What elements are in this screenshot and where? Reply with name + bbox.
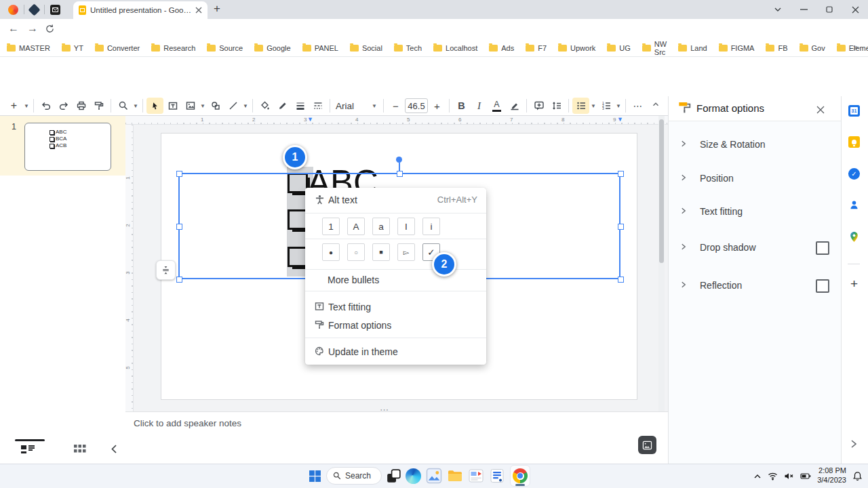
resize-handle-e[interactable] (618, 224, 624, 230)
panel-section-position[interactable]: Position (700, 173, 734, 184)
indent-marker[interactable]: ▼ (617, 116, 623, 123)
start-button[interactable] (309, 470, 321, 483)
select-tool-button[interactable] (146, 98, 163, 114)
pinned-tab-1[interactable] (8, 5, 18, 15)
bookmark-item[interactable]: Google (254, 44, 290, 52)
pinned-tab-3[interactable] (50, 5, 60, 15)
file-explorer-icon[interactable] (447, 468, 463, 484)
list-preset-lower-roman[interactable]: i (422, 218, 440, 235)
paint-format-button[interactable] (90, 98, 107, 114)
battery-icon[interactable] (800, 472, 811, 481)
photos-app-icon[interactable] (426, 468, 442, 484)
contacts-icon[interactable] (848, 199, 860, 211)
bookmark-item[interactable]: Elementor (837, 44, 868, 52)
text-box-button[interactable] (164, 98, 181, 114)
calendar-icon[interactable]: 31 (848, 105, 860, 117)
bookmark-item[interactable]: Converter (95, 44, 140, 52)
bookmark-item[interactable]: MASTER (7, 44, 50, 52)
bookmark-item[interactable]: Tech (394, 44, 422, 52)
bookmark-item[interactable]: Source (207, 44, 243, 52)
highlight-color-button[interactable] (506, 98, 523, 114)
notes-resize-handle[interactable]: ⋯ (380, 405, 389, 415)
resize-handle-sw[interactable] (176, 277, 182, 283)
rotation-handle[interactable] (396, 157, 402, 163)
font-family-select[interactable]: Arial ▼ (334, 101, 380, 111)
menu-item-text-fitting[interactable]: Text fitting (328, 302, 371, 312)
back-button[interactable]: ← (8, 22, 19, 35)
keep-icon[interactable] (848, 136, 860, 148)
increase-font-size-button[interactable]: + (429, 98, 446, 114)
resize-handle-n[interactable] (397, 171, 403, 177)
redo-button[interactable] (55, 98, 72, 114)
panel-section-size-rotation[interactable]: Size & Rotation (700, 139, 766, 150)
italic-button[interactable]: I (471, 98, 488, 114)
more-options-button[interactable]: ⋯ (629, 98, 646, 114)
bookmark-item[interactable]: Land (678, 44, 707, 52)
insert-image-caret[interactable]: ▼ (199, 103, 206, 109)
new-tab-button[interactable]: + (214, 2, 220, 16)
media-app-icon[interactable] (468, 468, 484, 484)
menu-item-update-in-theme[interactable]: Update in theme (328, 346, 398, 357)
new-slide-caret[interactable]: ▼ (23, 103, 30, 109)
numbered-list-caret[interactable]: ▼ (615, 103, 622, 109)
slide-thumbnail[interactable]: ABC BCA ACB (24, 123, 111, 171)
list-preset-lower-alpha[interactable]: a (372, 218, 390, 235)
list-preset-numbered[interactable]: 1 (322, 218, 340, 235)
bookmark-item[interactable]: YT (62, 44, 83, 52)
resize-handle-ne[interactable] (618, 171, 624, 177)
bookmark-item[interactable]: Social (350, 44, 382, 52)
bullet-preset-circle[interactable]: ○ (347, 243, 365, 261)
font-size-input[interactable]: 46.5 (405, 98, 428, 113)
zoom-button[interactable] (115, 98, 132, 114)
bookmark-item[interactable]: FB (766, 44, 787, 52)
insert-line-button[interactable] (224, 98, 241, 114)
reload-button[interactable] (45, 24, 55, 34)
get-add-ons-button[interactable]: + (848, 277, 860, 291)
bookmark-item[interactable]: UG (607, 44, 631, 52)
numbered-list-button[interactable]: 123 (597, 98, 614, 114)
list-preset-upper-roman[interactable]: I (397, 218, 415, 235)
volume-muted-icon[interactable] (784, 472, 794, 481)
close-panel-icon[interactable] (816, 105, 825, 115)
tasks-icon[interactable]: ✓ (848, 168, 860, 180)
bookmark-item[interactable]: NW Src (642, 40, 667, 56)
bullet-preset-disc[interactable]: ● (322, 243, 340, 261)
canvas-scrollbar-thumb[interactable] (659, 119, 664, 263)
undo-button[interactable] (37, 98, 54, 114)
forward-button[interactable]: → (27, 22, 38, 35)
resize-handle-nw[interactable] (176, 171, 182, 177)
bulleted-list-caret[interactable]: ▼ (590, 103, 597, 109)
hide-menus-button[interactable] (651, 100, 660, 109)
resize-handle-se[interactable] (618, 277, 624, 283)
insert-image-button[interactable] (182, 98, 199, 114)
notifications-bell-icon[interactable] (852, 471, 863, 481)
line-spacing-button[interactable] (548, 98, 565, 114)
bookmark-item[interactable]: Localhost (433, 44, 477, 52)
collapse-filmstrip-chevron[interactable] (111, 444, 117, 454)
explore-button[interactable] (638, 436, 656, 454)
drop-shadow-checkbox[interactable] (816, 241, 829, 255)
bold-button[interactable]: B (453, 98, 470, 114)
maps-icon[interactable] (848, 231, 860, 243)
grid-view-button[interactable] (73, 444, 87, 455)
chrome-taskbar-button[interactable] (510, 465, 530, 487)
bulleted-list-button[interactable] (572, 98, 589, 114)
border-weight-button[interactable] (292, 98, 309, 114)
text-color-button[interactable]: A (488, 98, 505, 114)
text-autofit-button[interactable] (156, 260, 176, 280)
taskbar-clock[interactable]: 2:08 PM 3/4/2023 (817, 466, 846, 485)
resize-handle-w[interactable] (176, 224, 182, 230)
zoom-caret[interactable]: ▼ (132, 103, 139, 109)
window-menu-chevron[interactable] (765, 0, 791, 19)
panel-section-reflection[interactable]: Reflection (700, 280, 742, 291)
maximize-button[interactable] (816, 0, 842, 19)
panel-section-text-fitting[interactable]: Text fitting (700, 206, 743, 217)
edge-icon[interactable] (406, 468, 421, 484)
add-comment-button[interactable] (530, 98, 547, 114)
menu-item-more-bullets[interactable]: More bullets (328, 274, 379, 285)
browser-tab[interactable]: Untitled presentation - Google S (73, 1, 208, 19)
bookmark-item[interactable]: Ads (489, 44, 514, 52)
panel-section-drop-shadow[interactable]: Drop shadow (700, 242, 756, 253)
print-button[interactable] (73, 98, 90, 114)
reflection-checkbox[interactable] (816, 279, 829, 293)
